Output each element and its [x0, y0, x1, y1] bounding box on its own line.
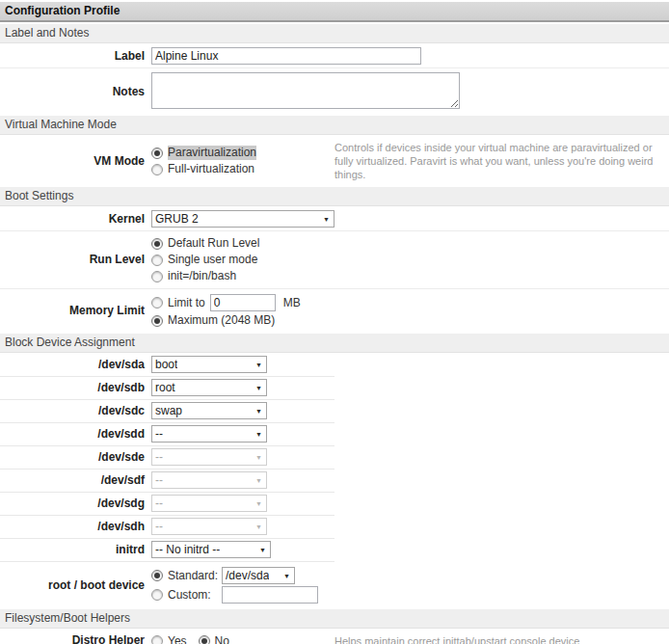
root-device-custom-radio[interactable]: [151, 589, 163, 601]
run-level-init-binbash-label[interactable]: init=/bin/bash: [168, 269, 236, 283]
dropdown-arrow-icon: ▼: [255, 477, 262, 484]
run-level-single-user-radio[interactable]: [151, 255, 163, 266]
memory-limit-input[interactable]: [210, 294, 276, 311]
dev-sdg-row: /dev/sdg -- ▼: [0, 493, 669, 516]
vm-mode-full-virtualization-label[interactable]: Full-virtualization: [168, 162, 254, 176]
section-boot-settings: Boot Settings: [0, 187, 669, 206]
kernel-label: Kernel: [0, 212, 145, 227]
distro-helper-no-radio[interactable]: [199, 635, 210, 644]
dev-sdb-label: /dev/sdb: [0, 381, 145, 395]
dropdown-arrow-icon: ▼: [255, 362, 262, 368]
distro-helper-no-label[interactable]: No: [215, 634, 229, 644]
vm-mode-label: VM Mode: [0, 154, 145, 169]
dropdown-arrow-icon: ▼: [323, 216, 330, 223]
dev-sdd-row: /dev/sdd -- ▼: [0, 423, 669, 446]
root-device-custom-label[interactable]: Custom:: [168, 588, 222, 603]
memory-limit-to-label[interactable]: Limit to: [168, 296, 205, 310]
dev-sdh-select: -- ▼: [151, 518, 267, 535]
label-input[interactable]: [151, 47, 421, 65]
vm-mode-help-text: Controls if devices inside your virtual …: [334, 141, 669, 181]
dev-sde-select: -- ▼: [151, 448, 267, 466]
vm-mode-row: VM Mode Paravirtualization Full-virtuali…: [0, 136, 669, 187]
memory-limit-unit: MB: [283, 296, 301, 310]
root-boot-device-label: root / boot device: [0, 578, 145, 593]
dev-sdc-select[interactable]: swap ▼: [151, 402, 267, 419]
root-boot-device-row: root / boot device Standard: /dev/sda ▼ …: [0, 562, 669, 609]
run-level-label: Run Level: [0, 253, 145, 267]
vm-mode-full-virtualization-radio[interactable]: [151, 164, 163, 175]
dev-sdc-label: /dev/sdc: [0, 404, 145, 418]
dropdown-arrow-icon: ▼: [255, 500, 262, 507]
dev-sdh-select-value: --: [155, 520, 163, 533]
dev-sdh-label: /dev/sdh: [0, 520, 145, 534]
dev-sdc-select-value: swap: [155, 404, 182, 417]
notes-textarea[interactable]: [151, 72, 460, 109]
memory-limit-maximum-radio[interactable]: [151, 315, 163, 327]
dev-sdb-row: /dev/sdb root ▼: [0, 377, 669, 400]
dev-sdf-label: /dev/sdf: [0, 473, 145, 488]
notes-field-label: Notes: [0, 85, 145, 99]
dev-sdg-label: /dev/sdg: [0, 496, 145, 511]
label-field-label: Label: [0, 49, 145, 64]
distro-helper-label: Distro Helper: [0, 633, 145, 644]
dropdown-arrow-icon: ▼: [255, 385, 262, 391]
distro-helper-yes-label[interactable]: Yes: [168, 634, 187, 644]
dev-sdf-select-value: --: [155, 473, 163, 487]
initrd-select[interactable]: -- No initrd -- ▼: [151, 541, 271, 558]
page-title: Configuration Profile: [0, 2, 669, 22]
dev-sde-row: /dev/sde -- ▼: [0, 446, 669, 470]
dev-sdb-select[interactable]: root ▼: [151, 379, 267, 396]
dev-sdb-select-value: root: [155, 381, 175, 394]
kernel-select[interactable]: GRUB 2 ▼: [151, 210, 334, 228]
dropdown-arrow-icon: ▼: [255, 523, 262, 530]
initrd-select-value: -- No initrd --: [155, 543, 220, 556]
dev-sdg-select-value: --: [155, 496, 163, 510]
dev-sdd-label: /dev/sdd: [0, 427, 145, 442]
section-block-device-assignment: Block Device Assignment: [0, 334, 669, 353]
label-row: Label: [0, 44, 669, 68]
dev-sdd-select[interactable]: -- ▼: [151, 425, 267, 443]
dropdown-arrow-icon: ▼: [283, 569, 290, 583]
distro-helper-yes-radio[interactable]: [151, 635, 163, 644]
root-device-standard-value: /dev/sda: [226, 569, 269, 583]
memory-limit-maximum-label[interactable]: Maximum (2048 MB): [168, 313, 275, 328]
section-virtual-machine-mode: Virtual Machine Mode: [0, 116, 669, 135]
root-device-custom-input[interactable]: [222, 586, 318, 604]
dev-sdf-select: -- ▼: [151, 471, 267, 489]
vm-mode-paravirtualization-label[interactable]: Paravirtualization: [168, 146, 256, 160]
run-level-row: Run Level Default Run Level Single user …: [0, 231, 669, 289]
root-device-standard-label[interactable]: Standard:: [168, 569, 222, 583]
kernel-row: Kernel GRUB 2 ▼: [0, 207, 669, 231]
section-filesystem-boot-helpers: Filesystem/Boot Helpers: [0, 609, 669, 629]
dropdown-arrow-icon: ▼: [259, 547, 266, 553]
dev-sda-row: /dev/sda boot ▼: [0, 354, 669, 377]
dev-sdf-row: /dev/sdf -- ▼: [0, 470, 669, 493]
dropdown-arrow-icon: ▼: [255, 454, 262, 461]
root-device-standard-select[interactable]: /dev/sda ▼: [222, 567, 295, 584]
dev-sdc-row: /dev/sdc swap ▼: [0, 400, 669, 423]
dev-sdg-select: -- ▼: [151, 495, 267, 512]
initrd-label: initrd: [0, 543, 145, 557]
run-level-single-user-label[interactable]: Single user mode: [168, 253, 257, 267]
dev-sda-select-value: boot: [155, 358, 177, 371]
dropdown-arrow-icon: ▼: [255, 408, 262, 415]
memory-limit-to-radio[interactable]: [151, 297, 163, 309]
root-device-standard-radio[interactable]: [151, 570, 163, 581]
dev-sdd-select-value: --: [155, 427, 163, 441]
kernel-select-value: GRUB 2: [155, 212, 199, 226]
initrd-row: initrd -- No initrd -- ▼: [0, 539, 669, 562]
dev-sde-label: /dev/sde: [0, 450, 145, 465]
vm-mode-paravirtualization-radio[interactable]: [151, 148, 163, 159]
dev-sdh-row: /dev/sdh -- ▼: [0, 516, 669, 539]
memory-limit-label: Memory Limit: [0, 304, 145, 318]
section-label-and-notes: Label and Notes: [0, 24, 669, 43]
dev-sda-label: /dev/sda: [0, 358, 145, 372]
run-level-default-radio[interactable]: [151, 238, 163, 250]
distro-helper-help-text: Helps maintain correct inittab/upstart c…: [334, 634, 669, 644]
notes-row: Notes: [0, 68, 669, 116]
run-level-default-label[interactable]: Default Run Level: [168, 236, 259, 251]
dropdown-arrow-icon: ▼: [255, 431, 262, 438]
distro-helper-row: Distro Helper Yes No Helps maintain corr…: [0, 630, 669, 644]
dev-sda-select[interactable]: boot ▼: [151, 356, 267, 373]
run-level-init-binbash-radio[interactable]: [151, 271, 163, 282]
